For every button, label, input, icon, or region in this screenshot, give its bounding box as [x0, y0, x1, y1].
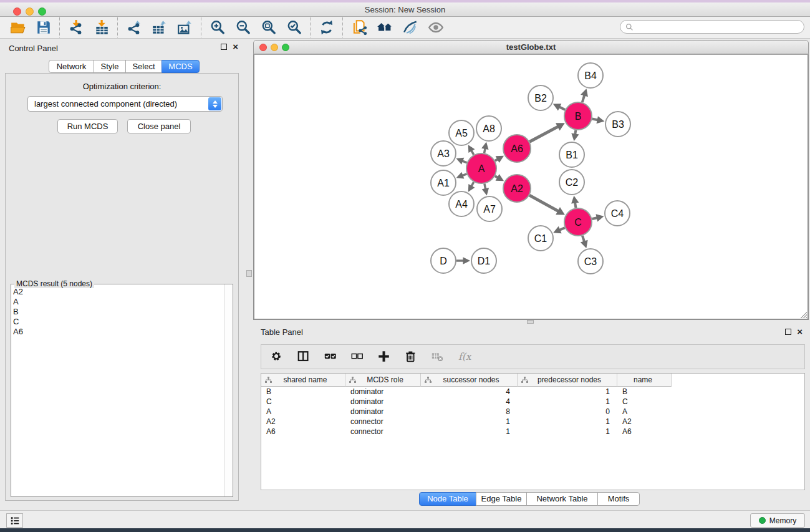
select-all-columns-button[interactable]: [322, 349, 339, 365]
toggle-graphics-details-button[interactable]: [423, 17, 448, 37]
export-image-button[interactable]: [172, 17, 198, 37]
tab-style[interactable]: Style: [94, 60, 126, 73]
export-network-icon: [126, 19, 142, 36]
search-icon: [625, 23, 634, 31]
criterion-dropdown[interactable]: largest connected component (directed): [27, 96, 223, 112]
zoom-out-button[interactable]: [230, 17, 256, 37]
mcds-result-item[interactable]: A6: [13, 327, 223, 337]
tab-select[interactable]: Select: [125, 60, 162, 73]
table-row[interactable]: Cdominator41C: [261, 397, 804, 407]
table-header-row: shared nameMCDS rolesuccessor nodesprede…: [261, 374, 804, 387]
toolbar-separator: [342, 17, 343, 37]
add-column-button[interactable]: [376, 349, 392, 365]
float-table-panel-icon[interactable]: [785, 329, 791, 335]
table-settings-button[interactable]: [269, 349, 285, 365]
first-neighbors-button[interactable]: [372, 17, 397, 37]
tab-network-table[interactable]: Network Table: [526, 492, 598, 506]
export-table-button[interactable]: [147, 17, 172, 37]
show-columns-button[interactable]: [296, 349, 312, 365]
table-cell: A: [261, 407, 345, 417]
close-panel-icon[interactable]: ×: [233, 43, 238, 51]
zoom-out-icon: [235, 19, 251, 36]
graph-edge-arrowhead: [482, 188, 489, 195]
window-resize-grip[interactable]: [799, 311, 807, 318]
tab-motifs[interactable]: Motifs: [597, 492, 640, 506]
mcds-result-item[interactable]: C: [13, 317, 223, 327]
import-table-button[interactable]: [89, 17, 114, 37]
clone-network-icon: [351, 19, 367, 36]
column-header-predecessor-nodes[interactable]: predecessor nodes: [518, 374, 617, 387]
column-header-MCDS-role[interactable]: MCDS role: [345, 374, 421, 387]
table-cell: B: [261, 387, 345, 397]
zoom-selected-button[interactable]: [281, 17, 307, 37]
run-mcds-button[interactable]: Run MCDS: [57, 119, 118, 133]
deselect-all-columns-button[interactable]: [349, 349, 365, 365]
open-file-icon: [10, 19, 26, 36]
result-scrollbar[interactable]: [224, 284, 233, 496]
table-row[interactable]: Adominator80A: [261, 407, 804, 417]
table-panel-tabs: Node TableEdge TableNetwork TableMotifs: [419, 492, 640, 506]
zoom-in-button[interactable]: [205, 17, 230, 37]
table-cell: A: [617, 407, 672, 417]
add-column-icon: [377, 350, 391, 364]
tab-mcds[interactable]: MCDS: [162, 60, 200, 73]
open-file-button[interactable]: [5, 17, 31, 37]
search-input[interactable]: [634, 21, 804, 32]
graph-edge-arrowhead: [571, 196, 579, 204]
search-field[interactable]: [620, 20, 804, 34]
tab-edge-table[interactable]: Edge Table: [476, 492, 527, 506]
vertical-splitter-handle[interactable]: [246, 270, 252, 277]
export-network-button[interactable]: [121, 17, 147, 37]
mcds-result-item[interactable]: A: [13, 297, 223, 307]
column-header-label: name: [621, 375, 671, 384]
table-row[interactable]: A6connector11A6: [261, 427, 804, 437]
refresh-layout-button[interactable]: [314, 17, 339, 37]
graph-node-label: C3: [584, 256, 597, 267]
mcds-result-item[interactable]: B: [13, 307, 223, 317]
table-row[interactable]: A2connector11A2: [261, 417, 804, 427]
table-cell: dominator: [345, 387, 421, 397]
delete-column-button[interactable]: [403, 349, 419, 365]
network-window-titlebar[interactable]: testGlobe.txt: [253, 40, 809, 54]
table-cell: B: [617, 387, 672, 397]
table-cell: C: [617, 397, 672, 407]
save-session-icon: [36, 19, 52, 36]
clone-network-button[interactable]: [346, 17, 372, 37]
column-type-icon: [349, 377, 356, 384]
hide-edges-icon: [402, 19, 418, 36]
graph-node-label: A6: [511, 143, 523, 154]
control-panel-tabs: NetworkStyleSelectMCDS: [49, 60, 200, 73]
close-panel-button[interactable]: Close panel: [127, 119, 191, 133]
graph-node-label: A5: [455, 128, 468, 138]
memory-label: Memory: [769, 516, 796, 525]
float-panel-icon[interactable]: [221, 44, 227, 50]
graph-edge-arrowhead: [581, 240, 588, 248]
toolbar-separator: [310, 17, 311, 37]
task-history-button[interactable]: [6, 513, 23, 528]
tab-node-table[interactable]: Node Table: [419, 492, 476, 506]
graph-node-label: C: [574, 217, 582, 228]
column-header-shared-name[interactable]: shared name: [261, 374, 345, 387]
tab-network[interactable]: Network: [49, 60, 94, 73]
table-cell: A2: [617, 417, 672, 427]
table-cell: 4: [421, 387, 518, 397]
import-network-button[interactable]: [63, 17, 89, 37]
table-row[interactable]: Bdominator41B: [261, 387, 804, 397]
network-canvas[interactable]: B4B2BB3A8A5A6A3B1AA1C2A2A4A7C4CC1DD1C3: [253, 54, 809, 320]
graph-edge-arrowhead: [581, 89, 588, 97]
main-toolbar: [0, 17, 810, 39]
delete-table-button[interactable]: [430, 349, 446, 365]
close-table-panel-icon[interactable]: ×: [797, 328, 803, 336]
graph-edge-arrowhead: [596, 116, 604, 123]
function-builder-button[interactable]: f(x): [456, 349, 473, 365]
zoom-fit-button[interactable]: [256, 17, 281, 37]
memory-button[interactable]: Memory: [750, 513, 805, 528]
save-session-button[interactable]: [31, 17, 56, 37]
table-cell: 1: [518, 387, 617, 397]
column-header-successor-nodes[interactable]: successor nodes: [421, 374, 518, 387]
table-toolbar: f(x): [261, 344, 805, 369]
mcds-result-item[interactable]: A2: [13, 287, 223, 297]
zoom-selected-icon: [286, 19, 302, 36]
hide-edges-button[interactable]: [397, 17, 423, 37]
column-header-name[interactable]: name: [617, 374, 672, 387]
